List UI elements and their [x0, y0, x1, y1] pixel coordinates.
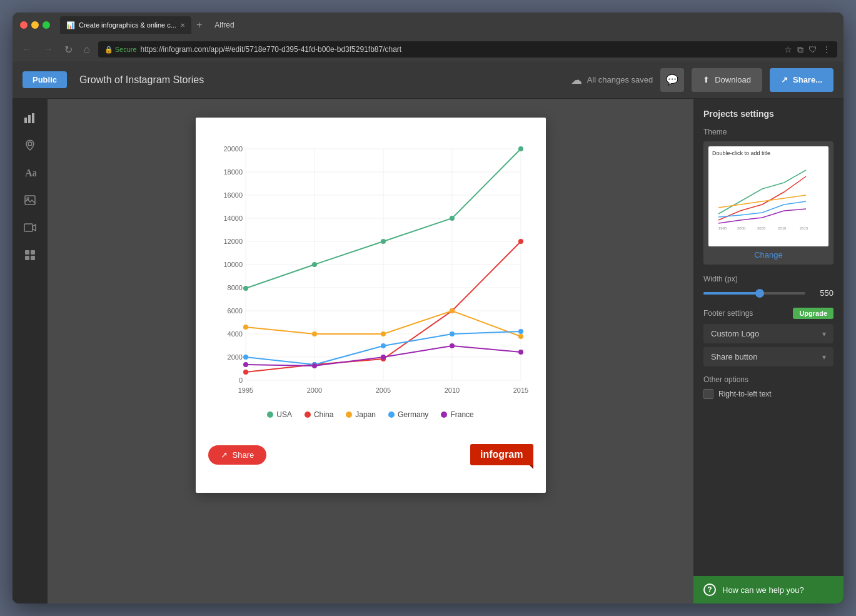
slider-fill — [703, 292, 760, 295]
width-slider[interactable] — [703, 292, 805, 295]
shield-icon[interactable]: 🛡 — [808, 44, 817, 55]
new-tab-button[interactable]: + — [194, 19, 204, 31]
back-button[interactable]: ← — [19, 43, 35, 56]
sidebar-item-map[interactable] — [19, 134, 41, 156]
rtl-checkbox-row: Right-to-left text — [703, 389, 833, 399]
svg-point-63 — [518, 329, 523, 334]
minimize-button[interactable] — [31, 21, 39, 29]
change-theme-button[interactable]: Change — [708, 250, 828, 260]
help-label: How can we help you? — [722, 585, 804, 595]
legend-dot-germany — [388, 412, 395, 418]
svg-text:2000: 2000 — [227, 353, 242, 361]
theme-preview: Double-click to add title 1995 2000 — [703, 141, 833, 265]
download-button[interactable]: ⬆ Download — [692, 68, 762, 92]
cloud-icon: ☁ — [571, 73, 582, 87]
svg-rect-2 — [32, 113, 34, 123]
svg-rect-0 — [24, 118, 27, 123]
chart-legend: USA China Japan — [208, 410, 533, 419]
footer-settings-label: Footer settings — [703, 309, 753, 318]
legend-dot-china — [305, 412, 311, 418]
other-options-section: Other options Right-to-left text — [703, 375, 833, 399]
svg-text:2005: 2005 — [757, 226, 766, 230]
star-icon[interactable]: ☆ — [784, 44, 792, 55]
close-button[interactable] — [20, 21, 28, 29]
sidebar-item-text[interactable]: Aa — [19, 161, 41, 184]
rtl-checkbox[interactable] — [703, 389, 713, 399]
svg-point-46 — [381, 239, 386, 244]
chevron-down-icon: ▾ — [822, 330, 826, 338]
svg-point-47 — [450, 216, 455, 221]
share-label: Share... — [793, 75, 822, 84]
right-panel: Projects settings Theme Double-click to … — [693, 99, 843, 603]
sidebar-item-charts[interactable] — [19, 106, 41, 129]
maximize-button[interactable] — [43, 21, 50, 29]
infographic-footer: ↗ Share infogram — [208, 438, 533, 465]
footer-settings-header: Footer settings Upgrade — [703, 308, 833, 319]
forward-button[interactable]: → — [40, 43, 56, 56]
svg-rect-10 — [25, 256, 29, 260]
address-bar[interactable]: 🔒 Secure https://infogram.com/app/#/edit… — [98, 41, 837, 58]
sidebar-item-video[interactable] — [19, 216, 41, 239]
top-bar: Public Growth of Instagram Stories ☁ All… — [13, 61, 843, 99]
width-control: 550 — [703, 288, 833, 298]
share-button[interactable]: ↗ Share... — [770, 68, 833, 92]
theme-thumbnail[interactable]: Double-click to add title 1995 2000 — [708, 146, 828, 246]
menu-icon[interactable]: ⋮ — [822, 44, 831, 55]
tab-close-icon[interactable]: ✕ — [180, 22, 185, 29]
svg-text:2000: 2000 — [737, 226, 746, 230]
svg-point-58 — [518, 334, 523, 339]
public-button[interactable]: Public — [23, 71, 67, 88]
svg-text:2000: 2000 — [306, 386, 321, 394]
sidebar-item-image[interactable] — [19, 189, 41, 211]
share-button-label: Share button — [711, 352, 757, 361]
custom-logo-dropdown[interactable]: Custom Logo ▾ — [703, 324, 833, 343]
layers-icon[interactable]: ⧉ — [797, 44, 803, 55]
theme-thumb-title: Double-click to add title — [708, 146, 828, 158]
svg-text:18000: 18000 — [223, 168, 243, 176]
home-button[interactable]: ⌂ — [81, 43, 93, 56]
share-footer-label: Share — [233, 450, 254, 460]
svg-text:2015: 2015 — [800, 226, 808, 230]
slider-thumb[interactable] — [755, 289, 764, 298]
help-bar[interactable]: ? How can we help you? — [693, 576, 843, 603]
panel-title: Projects settings — [703, 109, 833, 119]
svg-text:Aa: Aa — [25, 168, 36, 178]
comment-button[interactable]: 💬 — [660, 68, 684, 92]
infogram-brand: infogram — [470, 444, 533, 465]
sidebar-item-apps[interactable] — [19, 244, 41, 266]
legend-china: China — [305, 410, 333, 419]
upgrade-button[interactable]: Upgrade — [793, 308, 833, 319]
svg-rect-11 — [31, 256, 35, 260]
tab-title: Create infographics & online c... — [79, 21, 176, 29]
left-sidebar: Aa — [13, 99, 48, 603]
share-button-dropdown[interactable]: Share button ▾ — [703, 347, 833, 366]
share-footer-icon: ↗ — [221, 450, 228, 460]
legend-france: France — [441, 410, 473, 419]
secure-badge: 🔒 Secure — [104, 46, 137, 54]
svg-point-64 — [243, 362, 248, 367]
share-footer-button[interactable]: ↗ Share — [208, 445, 267, 465]
rtl-label: Right-to-left text — [718, 390, 772, 398]
help-icon: ? — [703, 583, 716, 596]
active-tab[interactable]: 📊 Create infographics & online c... ✕ — [60, 16, 191, 34]
address-icons: ☆ ⧉ 🛡 ⋮ — [784, 44, 831, 55]
svg-point-67 — [450, 343, 455, 348]
svg-text:6000: 6000 — [227, 307, 242, 315]
legend-label-usa: USA — [276, 410, 292, 419]
svg-text:4000: 4000 — [227, 330, 242, 338]
svg-rect-9 — [31, 250, 35, 255]
canvas-area[interactable]: 20000 18000 16000 14000 12000 10000 8000… — [48, 99, 693, 603]
svg-text:2005: 2005 — [375, 386, 390, 394]
legend-dot-usa — [267, 412, 273, 418]
svg-text:2015: 2015 — [513, 386, 528, 394]
secure-label: Secure — [115, 46, 137, 53]
svg-point-49 — [243, 370, 248, 375]
legend-germany: Germany — [388, 410, 428, 419]
reload-button[interactable]: ↻ — [61, 43, 76, 57]
app: Public Growth of Instagram Stories ☁ All… — [13, 61, 843, 603]
user-name: Alfred — [214, 21, 234, 29]
chart-container[interactable]: 20000 18000 16000 14000 12000 10000 8000… — [208, 130, 533, 425]
download-label: Download — [715, 75, 751, 84]
page-title: Growth of Instagram Stories — [79, 74, 204, 86]
theme-thumb-chart: 1995 2000 2005 2010 2015 — [708, 158, 828, 233]
